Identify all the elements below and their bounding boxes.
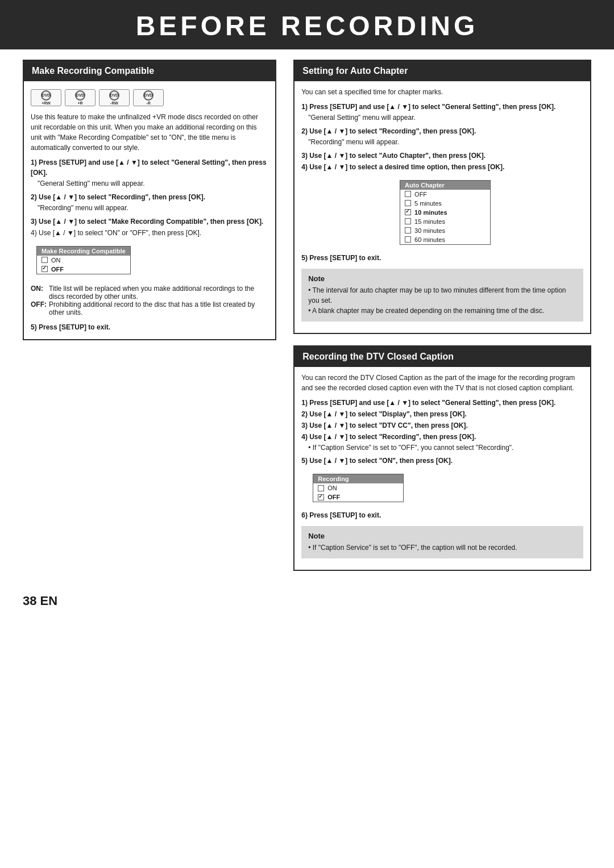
right-step3-bold: 3) Use [▲ / ▼] to select "Auto Chapter",…: [301, 151, 583, 161]
menu-label-30min: 30 minutes: [414, 227, 445, 234]
checkbox-off: [405, 191, 411, 197]
dtv-caption-note-title: Note: [308, 532, 576, 540]
s2-step6-bold: 6) Press [SETUP] to exit.: [301, 510, 583, 520]
make-recording-menu-header: Make Recording Compatible: [37, 247, 130, 256]
left-step2-sub: "Recording" menu will appear.: [38, 203, 268, 213]
dvd-icon-minusrw: DVD -RW: [99, 89, 130, 106]
auto-chapter-menu: Auto Chapter OFF 5 minutes 10 minutes: [400, 180, 491, 245]
menu-row-10min: 10 minutes: [400, 208, 490, 217]
menu-label-10min: 10 minutes: [414, 209, 447, 216]
dtv-caption-title: Recording the DTV Closed Caption: [294, 347, 590, 367]
menu-label-off: OFF: [414, 191, 427, 198]
make-recording-title: Make Recording Compatible: [24, 61, 275, 81]
menu-label-5min: 5 minutes: [414, 200, 442, 207]
left-step3-bold: 3) Use [▲ / ▼] to select "Make Recording…: [31, 216, 268, 227]
dtv-caption-note-item1: • If "Caption Service" is set to "OFF", …: [308, 542, 576, 553]
s2-step2-bold: 2) Use [▲ / ▼] to select "Display", then…: [301, 409, 583, 419]
right-step1-bold: 1) Press [SETUP] and use [▲ / ▼] to sele…: [301, 102, 583, 112]
menu-row-off: OFF: [37, 265, 130, 274]
left-intro: Use this feature to make the unfinalized…: [31, 112, 268, 153]
checkbox-15min: [405, 218, 411, 224]
menu-label-60min: 60 minutes: [414, 236, 445, 243]
checkbox-on: [42, 257, 48, 263]
dtv-caption-note: Note • If "Caption Service" is set to "O…: [301, 526, 583, 558]
menu-row-15min: 15 minutes: [400, 217, 490, 226]
left-step1-bold: 1) Press [SETUP] and use [▲ / ▼] to sele…: [31, 157, 268, 178]
menu-row-on: ON: [37, 256, 130, 265]
make-recording-content: DVD +RW DVD +R DVD -RW: [24, 81, 275, 339]
menu-row-30min: 30 minutes: [400, 226, 490, 235]
checkbox-30min: [405, 227, 411, 233]
left-step2: 2) Use [▲ / ▼] to select "Recording", th…: [31, 192, 268, 202]
left-step4: 4) Use [▲ / ▼] to select "ON" or "OFF", …: [31, 228, 268, 238]
recording-menu-header: Recording: [313, 474, 403, 483]
auto-chapter-section: Setting for Auto Chapter You can set a s…: [293, 60, 591, 334]
menu-row-off: OFF: [400, 190, 490, 199]
auto-chapter-note-item2: • A blank chapter may be created dependi…: [308, 306, 576, 316]
dvd-icon-minusr: DVD -R: [133, 89, 164, 106]
dtv-caption-content: You can record the DTV Closed Caption as…: [294, 367, 590, 570]
s2-step4-sub: • If "Caption Service" is set to "OFF", …: [308, 443, 583, 453]
checkbox-off: [42, 266, 48, 272]
menu-label-on: ON: [51, 257, 61, 264]
menu-label-15min: 15 minutes: [414, 218, 445, 225]
menu-row-60min: 60 minutes: [400, 235, 490, 244]
dtv-caption-section: Recording the DTV Closed Caption You can…: [293, 345, 591, 571]
auto-chapter-content: You can set a specified time for chapter…: [294, 81, 590, 333]
make-recording-section: Make Recording Compatible DVD +RW DVD +R: [23, 60, 276, 340]
dvd-icon-plusr: DVD +R: [65, 89, 96, 106]
auto-chapter-intro: You can set a specified time for chapter…: [301, 87, 583, 97]
s2-step4-bold: 4) Use [▲ / ▼] to select "Recording", th…: [301, 432, 583, 442]
checkbox-10min: [405, 209, 411, 215]
recording-label-off: OFF: [327, 494, 340, 500]
menu-row-5min: 5 minutes: [400, 199, 490, 208]
menu-label-off: OFF: [51, 266, 64, 273]
s2-step5-bold: 5) Use [▲ / ▼] to select "ON", then pres…: [301, 456, 583, 466]
recording-checkbox-on: [318, 485, 324, 491]
recording-menu-row-off: OFF: [313, 493, 403, 502]
auto-chapter-note-title: Note: [308, 274, 576, 283]
make-recording-menu: Make Recording Compatible ON OFF: [36, 246, 131, 274]
recording-menu: Recording ON OFF: [313, 474, 404, 502]
right-column: Setting for Auto Chapter You can set a s…: [293, 49, 591, 582]
checkbox-60min: [405, 236, 411, 243]
page-title: BEFORE RECORDING: [0, 0, 614, 49]
auto-chapter-title: Setting for Auto Chapter: [294, 61, 590, 81]
recording-menu-row-on: ON: [313, 483, 403, 493]
page-number: 38 EN: [23, 594, 57, 608]
left-step5-bold: 5) Press [SETUP] to exit.: [31, 322, 268, 332]
s2-step1-bold: 1) Press [SETUP] and use [▲ / ▼] to sele…: [301, 398, 583, 408]
right-step5-bold: 5) Press [SETUP] to exit.: [301, 253, 583, 263]
on-label: ON:: [31, 285, 49, 301]
on-desc: Title list will be replaced when you mak…: [49, 285, 268, 301]
auto-chapter-note-item1: • The interval for auto chapter may be u…: [308, 285, 576, 306]
dvd-icons-row: DVD +RW DVD +R DVD -RW: [31, 89, 268, 106]
auto-chapter-menu-header: Auto Chapter: [400, 181, 490, 190]
right-step2-bold: 2) Use [▲ / ▼] to select "Recording", th…: [301, 126, 583, 136]
on-description-block: ON: Title list will be replaced when you…: [31, 285, 268, 316]
checkbox-5min: [405, 200, 411, 206]
recording-label-on: ON: [327, 485, 337, 491]
dvd-icon-plusrw: DVD +RW: [31, 89, 61, 106]
left-column: Make Recording Compatible DVD +RW DVD +R: [23, 49, 276, 582]
auto-chapter-note: Note • The interval for auto chapter may…: [301, 269, 583, 322]
recording-checkbox-off: [318, 494, 324, 500]
right-step2-sub: "Recording" menu will appear.: [308, 137, 583, 147]
left-step1-sub: "General Setting" menu will appear.: [38, 179, 268, 189]
dtv-caption-intro: You can record the DTV Closed Caption as…: [301, 373, 583, 393]
off-label: OFF:: [31, 301, 49, 316]
off-desc: Prohibiting additional record to the dis…: [49, 301, 268, 316]
footer: 38 EN: [0, 582, 614, 625]
right-step1-sub: "General Setting" menu will appear.: [308, 113, 583, 123]
s2-step3-bold: 3) Use [▲ / ▼] to select "DTV CC", then …: [301, 420, 583, 431]
right-step4-bold: 4) Use [▲ / ▼] to select a desired time …: [301, 162, 583, 172]
